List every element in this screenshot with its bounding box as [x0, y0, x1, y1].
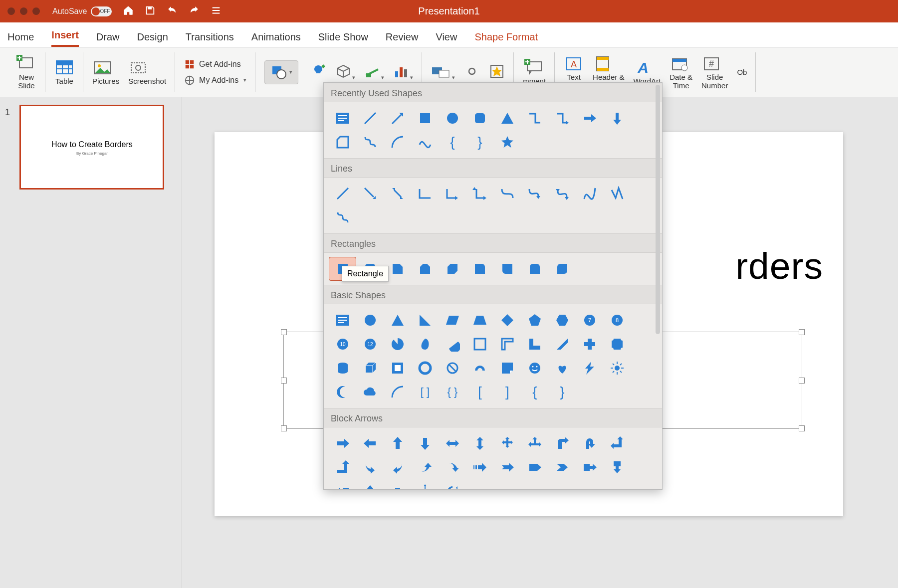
shape-connector-elbow-arrow-icon[interactable] [548, 106, 576, 130]
tab-draw[interactable]: Draw [96, 31, 120, 47]
shape-double-brace-icon[interactable]: { } [439, 380, 466, 404]
new-slide-button[interactable]: New Slide [7, 47, 45, 97]
shape-curved-double-arrow-icon[interactable] [548, 182, 576, 205]
shape-sun-icon[interactable] [603, 356, 631, 380]
my-addins-button[interactable]: My Add-ins▾ [184, 75, 246, 86]
tab-view[interactable]: View [436, 31, 457, 47]
shape-pie-icon[interactable] [384, 332, 411, 356]
shape-arrow-leftrightup-icon[interactable] [521, 431, 548, 455]
shape-arc-icon[interactable] [384, 130, 411, 154]
shape-pentagon-icon[interactable] [521, 308, 548, 332]
tab-shape-format[interactable]: Shape Format [474, 31, 538, 47]
home-icon[interactable] [123, 5, 134, 18]
shape-arrow-pentagon-icon[interactable] [521, 455, 548, 479]
shape-folded-corner-icon[interactable] [493, 356, 521, 380]
resize-handle-sw[interactable] [281, 425, 287, 431]
shape-double-bracket-icon[interactable]: [ ] [411, 380, 439, 404]
shape-scribble-2-icon[interactable] [329, 205, 356, 229]
shape-scribble-icon[interactable] [356, 130, 384, 154]
shape-rectangle-icon[interactable] [411, 106, 439, 130]
shape-l-shape-icon[interactable] [521, 332, 548, 356]
shape-arrow-striped-right-icon[interactable] [466, 455, 493, 479]
undo-icon[interactable] [167, 5, 178, 18]
shape-donut-icon[interactable] [411, 356, 439, 380]
shape-callout-right-arrow-icon[interactable] [576, 455, 603, 479]
shape-line-icon[interactable] [329, 182, 356, 205]
shape-arrow-quad-icon[interactable] [493, 431, 521, 455]
resize-handle-ne[interactable] [799, 329, 805, 335]
shape-arrow-curved-down-icon[interactable] [439, 455, 466, 479]
shape-right-bracket-icon[interactable]: ] [493, 380, 521, 404]
shape-snip-diagonal-icon[interactable] [439, 257, 466, 281]
shape-arrow-curved-right-icon[interactable] [356, 455, 384, 479]
shape-arrow-left-icon[interactable] [356, 431, 384, 455]
resize-handle-w[interactable] [281, 378, 287, 384]
tab-insert[interactable]: Insert [51, 29, 78, 47]
shape-star-icon[interactable] [493, 130, 521, 154]
shape-textbox2-icon[interactable] [329, 308, 356, 332]
shape-arrow-right-icon[interactable] [576, 106, 603, 130]
shape-elbow-double-arrow-icon[interactable] [466, 182, 493, 205]
shape-curved-arrow-connector-icon[interactable] [521, 182, 548, 205]
shape-parallelogram-icon[interactable] [439, 308, 466, 332]
shape-left-bracket-icon[interactable]: [ [466, 380, 493, 404]
shape-round-single-corner-icon[interactable] [493, 257, 521, 281]
shape-octagon-icon[interactable]: 8 [603, 308, 631, 332]
autosave-toggle[interactable]: AutoSave OFF [52, 6, 112, 16]
action-button[interactable] [489, 63, 505, 81]
3d-models-button[interactable]: ▾ [335, 63, 355, 81]
shape-connector-elbow-icon[interactable] [521, 106, 548, 130]
tab-review[interactable]: Review [386, 31, 419, 47]
shape-arrow-curved-left-icon[interactable] [384, 455, 411, 479]
table-button[interactable]: Table [45, 47, 83, 97]
shape-chord-icon[interactable] [439, 332, 466, 356]
shape-arrow-down-icon[interactable] [603, 106, 631, 130]
shape-arrow-uturn-icon[interactable] [576, 431, 603, 455]
shape-trapezoid-icon[interactable] [466, 308, 493, 332]
smartart-button[interactable]: ▾ [364, 63, 384, 81]
resize-handle-se[interactable] [799, 425, 805, 431]
shape-arc2-icon[interactable] [384, 380, 411, 404]
resize-handle-nw[interactable] [281, 329, 287, 335]
slide-number-button[interactable]: #Slide Number [701, 55, 728, 90]
shape-callout-down-arrow-icon[interactable] [603, 455, 631, 479]
tab-transitions[interactable]: Transitions [186, 31, 234, 47]
tab-animations[interactable]: Animations [251, 31, 301, 47]
shape-left-brace2-icon[interactable]: { [521, 380, 548, 404]
link-button[interactable] [464, 63, 480, 81]
shape-arrow-bentup-icon[interactable] [329, 455, 356, 479]
shape-curved-connector-icon[interactable] [493, 182, 521, 205]
chart-button[interactable]: ▾ [393, 63, 413, 81]
shape-block-arc-icon[interactable] [466, 356, 493, 380]
shape-cube-icon[interactable] [356, 356, 384, 380]
shape-callout-leftright-arrow-icon[interactable] [384, 479, 411, 489]
icons-button[interactable] [310, 63, 326, 81]
shape-no-symbol-icon[interactable] [439, 356, 466, 380]
shape-elbow-connector-icon[interactable] [411, 182, 439, 205]
wordart-button[interactable]: AWordArt [633, 59, 661, 85]
shape-teardrop-icon[interactable] [411, 332, 439, 356]
shape-arrow-right2-icon[interactable] [329, 431, 356, 455]
minimize-window-icon[interactable] [20, 7, 27, 15]
shape-round-same-side-icon[interactable] [521, 257, 548, 281]
shape-can-icon[interactable] [329, 356, 356, 380]
shape-diamond-icon[interactable] [493, 308, 521, 332]
redo-icon[interactable] [189, 5, 200, 18]
shape-freeform-icon[interactable] [603, 182, 631, 205]
shape-arrow-notched-right-icon[interactable] [493, 455, 521, 479]
shape-arrow-down2-icon[interactable] [411, 431, 439, 455]
shape-oval-icon[interactable] [439, 106, 466, 130]
shape-lightning-bolt-icon[interactable] [576, 356, 603, 380]
screenshot-button[interactable]: Screenshot [128, 59, 166, 85]
toggle-off-icon[interactable]: OFF [91, 6, 112, 16]
shape-rounded-rectangle-icon[interactable] [466, 106, 493, 130]
pictures-button[interactable]: Pictures [92, 59, 119, 85]
shape-right-brace2-icon[interactable]: } [548, 380, 576, 404]
shape-line-arrow-icon[interactable] [356, 182, 384, 205]
shape-heptagon-icon[interactable]: 7 [576, 308, 603, 332]
date-time-button[interactable]: Date & Time [670, 55, 692, 90]
shape-elbow-arrow-connector-icon[interactable] [439, 182, 466, 205]
shape-right-triangle-icon[interactable] [411, 308, 439, 332]
save-icon[interactable] [145, 5, 156, 18]
shape-left-brace-icon[interactable]: { [439, 130, 466, 154]
